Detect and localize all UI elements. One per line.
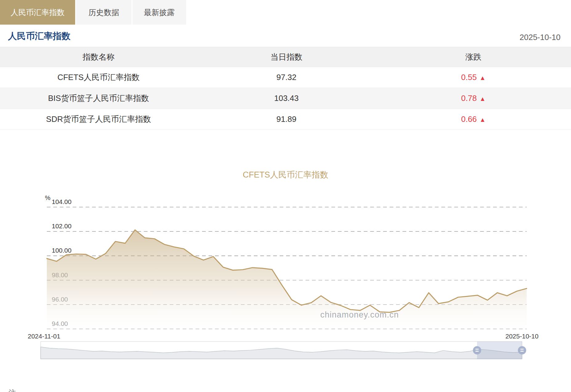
chart-title: CFETS人民币汇率指数 <box>0 169 571 180</box>
up-triangle-icon: ▲ <box>480 95 486 102</box>
table-row-cfets: CFETS人民币汇率指数 97.32 0.55▲ <box>0 67 571 88</box>
index-name: CFETS人民币汇率指数 <box>0 72 197 83</box>
top-tab-bar: 人民币汇率指数 历史数据 最新披露 <box>0 0 187 25</box>
index-value: 97.32 <box>197 73 376 82</box>
y-tick-label: 102.00 <box>52 222 71 230</box>
x-axis-end-label: 2025-10-10 <box>505 333 538 340</box>
page-title: 人民币汇率指数 <box>8 30 71 42</box>
navigator-selected-range[interactable] <box>477 342 522 359</box>
footnote-label: 注 <box>9 388 16 392</box>
navigator-handle-left[interactable] <box>473 346 481 354</box>
up-triangle-icon: ▲ <box>480 116 486 123</box>
table-row-bis: BIS货币篮子人民币汇率指数 103.43 0.78▲ <box>0 88 571 109</box>
y-tick-label: 100.00 <box>52 247 71 254</box>
index-value: 91.89 <box>197 114 376 124</box>
index-name: BIS货币篮子人民币汇率指数 <box>0 93 197 104</box>
x-axis-start-label: 2024-11-01 <box>28 333 60 340</box>
index-table: 指数名称 当日指数 涨跌 CFETS人民币汇率指数 97.32 0.55▲ BI… <box>0 47 571 130</box>
index-change: 0.66▲ <box>376 114 571 124</box>
index-value: 103.43 <box>197 94 376 103</box>
table-header-row: 指数名称 当日指数 涨跌 <box>0 47 571 67</box>
tab-rmb-exchange-rate-index[interactable]: 人民币汇率指数 <box>0 0 76 25</box>
y-axis-unit-label: % <box>45 194 51 201</box>
index-name: SDR货币篮子人民币汇率指数 <box>0 114 197 125</box>
column-header-daily-index: 当日指数 <box>197 52 376 62</box>
report-date: 2025-10-10 <box>520 33 561 42</box>
table-row-sdr: SDR货币篮子人民币汇率指数 91.89 0.66▲ <box>0 109 571 130</box>
column-header-change: 涨跌 <box>376 52 571 62</box>
chinamoney-watermark: chinamoney.com.cn <box>320 310 399 320</box>
column-header-index-name: 指数名称 <box>0 52 197 62</box>
series-area-fill <box>47 230 527 332</box>
index-change: 0.78▲ <box>376 94 571 103</box>
up-triangle-icon: ▲ <box>480 74 486 81</box>
y-tick-label: 104.00 <box>52 198 71 205</box>
cfets-rmb-index-page: { "tabs": [ { "label": "人民币汇率指数", "activ… <box>0 0 571 392</box>
tab-historical-data[interactable]: 历史数据 <box>76 0 132 25</box>
tab-latest-disclosure[interactable]: 最新披露 <box>132 0 187 25</box>
navigator-handle-right[interactable] <box>518 346 526 354</box>
index-change: 0.55▲ <box>376 73 571 82</box>
